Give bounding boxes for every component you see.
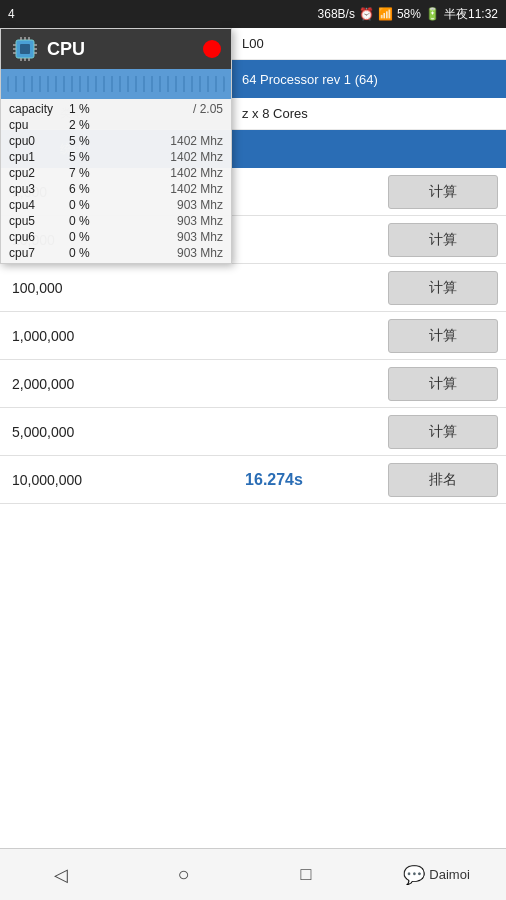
- app-info-model: L00: [232, 36, 506, 51]
- bench-row-4: 2,000,000 计算: [0, 360, 506, 408]
- cpu-header: CPU: [1, 29, 231, 69]
- bench-num-6: 10,000,000: [0, 472, 160, 488]
- bench-btn-3[interactable]: 计算: [388, 319, 498, 353]
- recent-icon: □: [301, 864, 312, 885]
- cpu-graph-row: [1, 69, 231, 99]
- clock: 半夜11:32: [444, 6, 498, 23]
- bench-row-2: 100,000 计算: [0, 264, 506, 312]
- network-speed: 368B/s: [318, 7, 355, 21]
- bench-num-3: 1,000,000: [0, 328, 160, 344]
- cpu-chip-icon: [11, 35, 39, 63]
- bench-btn-1[interactable]: 计算: [388, 223, 498, 257]
- cpu-rows: capacity 1 % / 2.05 cpu 2 % cpu0 5 % 140…: [1, 99, 231, 263]
- back-button[interactable]: ◁: [36, 855, 86, 895]
- svg-rect-1: [20, 44, 30, 54]
- cpu-row-cpu4: cpu4 0 % 903 Mhz: [1, 197, 231, 213]
- cpu-row-cpu0: cpu0 5 % 1402 Mhz: [1, 133, 231, 149]
- cpu-row-cpu: cpu 2 %: [1, 117, 231, 133]
- cpu-row-cpu2: cpu2 7 % 1402 Mhz: [1, 165, 231, 181]
- cpu-graph-line: [7, 76, 225, 92]
- wechat-label: Daimoi: [429, 867, 469, 882]
- bench-row-6: 10,000,000 16.274s 排名: [0, 456, 506, 504]
- bench-btn-2[interactable]: 计算: [388, 271, 498, 305]
- bench-num-2: 100,000: [0, 280, 160, 296]
- bench-row-5: 5,000,000 计算: [0, 408, 506, 456]
- wechat-area[interactable]: 💬 Daimoi: [403, 864, 469, 886]
- home-button[interactable]: ○: [159, 855, 209, 895]
- cpu-row-cpu3: cpu3 6 % 1402 Mhz: [1, 181, 231, 197]
- back-icon: ◁: [54, 864, 68, 886]
- cpu-row-cpu6: cpu6 0 % 903 Mhz: [1, 229, 231, 245]
- cpu-row-capacity: capacity 1 % / 2.05: [1, 101, 231, 117]
- bench-num-5: 5,000,000: [0, 424, 160, 440]
- wechat-icon: 💬: [403, 864, 425, 886]
- cpu-record-button[interactable]: [203, 40, 221, 58]
- app-info-processor: 64 Processor rev 1 (64): [232, 72, 506, 87]
- bench-btn-6[interactable]: 排名: [388, 463, 498, 497]
- bottom-nav: ◁ ○ □ 💬 Daimoi: [0, 848, 506, 900]
- bench-btn-5[interactable]: 计算: [388, 415, 498, 449]
- wifi-icon: 📶: [378, 7, 393, 21]
- recent-apps-button[interactable]: □: [281, 855, 331, 895]
- battery-pct: 58%: [397, 7, 421, 21]
- cpu-row-cpu1: cpu1 5 % 1402 Mhz: [1, 149, 231, 165]
- cpu-row-cpu7: cpu7 0 % 903 Mhz: [1, 245, 231, 261]
- alarm-icon: ⏰: [359, 7, 374, 21]
- status-tab-number: 4: [8, 7, 15, 21]
- app-info-cores: z x 8 Cores: [232, 106, 506, 121]
- cpu-panel: CPU capacity 1 % / 2.05 cpu 2 % cpu0 5 %…: [0, 28, 232, 264]
- cpu-panel-title: CPU: [47, 39, 195, 60]
- bench-result-6: 16.274s: [160, 471, 388, 489]
- battery-icon: 🔋: [425, 7, 440, 21]
- bench-btn-4[interactable]: 计算: [388, 367, 498, 401]
- bench-row-3: 1,000,000 计算: [0, 312, 506, 360]
- bench-btn-0[interactable]: 计算: [388, 175, 498, 209]
- cpu-row-cpu5: cpu5 0 % 903 Mhz: [1, 213, 231, 229]
- home-icon: ○: [178, 863, 190, 886]
- bench-num-4: 2,000,000: [0, 376, 160, 392]
- status-bar: 4 368B/s ⏰ 📶 58% 🔋 半夜11:32: [0, 0, 506, 28]
